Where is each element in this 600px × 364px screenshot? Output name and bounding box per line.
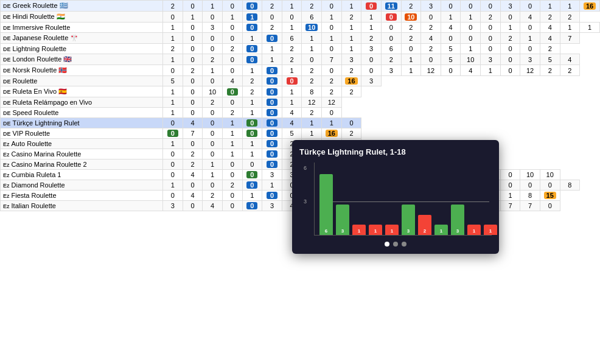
carousel-dot[interactable]	[393, 242, 398, 247]
provider-tag: DE	[3, 89, 11, 95]
game-name-cell: EzCasino Marina Roulette 2	[1, 159, 163, 170]
data-cell: 4	[282, 108, 302, 118]
data-cell: 3	[381, 65, 401, 76]
game-name-cell: DEVIP Roulette	[1, 128, 163, 139]
data-cell: 1	[302, 118, 322, 128]
data-cell: 0	[481, 1, 501, 12]
data-cell: 0	[500, 54, 520, 65]
data-cell: 0	[500, 44, 520, 54]
data-cell: 0	[183, 201, 203, 211]
game-name-label: Diamond Roulette	[12, 181, 65, 189]
data-cell: 4	[183, 118, 203, 128]
table-row[interactable]: DERuleta En Vivo 🇪🇸10100201822	[1, 86, 600, 97]
data-cell: 3	[520, 54, 540, 65]
data-cell: 15	[540, 191, 560, 201]
data-cell: 0	[163, 191, 183, 201]
data-cell: 1	[322, 12, 342, 23]
data-cell: 16	[322, 128, 342, 139]
provider-tag: DE	[3, 3, 11, 9]
data-cell: 0	[203, 108, 223, 118]
data-cell: 0	[163, 170, 183, 180]
data-cell: 2	[203, 191, 223, 201]
data-cell: 0	[163, 149, 183, 159]
data-cell: 0	[461, 23, 481, 33]
game-name-label: Immersive Roulette	[13, 24, 71, 31]
data-cell: 2	[381, 54, 401, 65]
table-row[interactable]: DERoulette500420022163	[1, 76, 600, 86]
table-row[interactable]: DESpeed Roulette100210420	[1, 108, 600, 118]
data-cell: 0	[540, 180, 560, 191]
game-name-label: VIP Roulette	[13, 130, 51, 137]
data-cell: 0	[183, 180, 203, 191]
table-row[interactable]: DETürkçe Lightning Rulet0401004110	[1, 118, 600, 128]
provider-tag: DE	[3, 25, 11, 31]
data-cell: 5	[540, 54, 560, 65]
data-cell: 0	[381, 12, 401, 23]
data-cell: 1	[520, 33, 540, 44]
provider-tag: Ez	[3, 172, 10, 178]
data-cell: 0	[222, 65, 242, 76]
data-cell: 0	[183, 54, 203, 65]
table-row[interactable]: DEHindi Roulette 🇮🇳010110061210100112042…	[1, 12, 600, 23]
table-row[interactable]: DELightning Roulette20020121013602510002	[1, 44, 600, 54]
data-cell: 0	[222, 159, 242, 170]
carousel-dot[interactable]	[385, 242, 389, 247]
data-cell: 10	[520, 170, 540, 180]
data-cell: 0	[282, 12, 302, 23]
data-cell: 0	[341, 118, 361, 128]
table-row[interactable]: DELondon Roulette 🇬🇧10200120730210510303…	[1, 54, 600, 65]
data-cell: 3	[421, 1, 441, 12]
data-cell: 2	[322, 86, 342, 97]
data-cell: 0	[163, 118, 183, 128]
data-cell: 1	[361, 23, 382, 33]
data-cell: 0	[262, 118, 282, 128]
data-cell: 1	[163, 54, 183, 65]
table-row[interactable]: DEGreek Roulette 🇬🇷201002120101123000301…	[1, 1, 600, 12]
data-cell: 3	[500, 1, 520, 12]
data-cell: 1	[222, 12, 242, 23]
data-cell: 0	[262, 33, 282, 44]
data-cell: 0	[203, 180, 223, 191]
carousel-dot[interactable]	[402, 242, 406, 247]
data-cell: 0	[381, 23, 401, 33]
table-row[interactable]: DEJapanese Roulette 🎌1000106111202400021…	[1, 33, 600, 44]
data-cell: 0	[322, 44, 342, 54]
table-row[interactable]: DERuleta Relámpago en Vivo10201011212	[1, 97, 600, 108]
data-cell: 0	[163, 128, 183, 139]
table-row[interactable]: DEImmersive Roulette10300211001102240010…	[1, 23, 600, 33]
chart-bar: 1	[434, 225, 448, 235]
data-cell: 0	[163, 159, 183, 170]
data-cell: 1	[222, 118, 242, 128]
table-row[interactable]: DENorsk Roulette 🇳🇴021010120203112041012…	[1, 65, 600, 76]
y-axis-top-label: 6	[304, 165, 307, 171]
data-cell: 2	[302, 108, 322, 118]
data-cell: 2	[282, 44, 302, 54]
data-cell: 2	[421, 44, 441, 54]
table-row[interactable]: DEVIP Roulette07010051162	[1, 128, 600, 139]
tooltip-title: Türkçe Lightning Rulet, 1-18	[299, 147, 492, 156]
data-cell: 2	[242, 86, 262, 97]
game-name-label: Ruleta Relámpago en Vivo	[13, 99, 92, 106]
data-cell: 0	[163, 12, 183, 23]
game-name-cell: EzFiesta Roulette	[1, 191, 163, 201]
data-cell: 2	[322, 76, 342, 86]
data-cell: 1	[341, 1, 361, 12]
game-name-cell: DEHindi Roulette 🇮🇳	[1, 12, 163, 23]
data-cell: 12	[520, 65, 540, 76]
data-cell: 2	[262, 1, 282, 12]
data-cell: 4	[183, 170, 203, 180]
data-cell: 10	[203, 86, 223, 97]
data-cell: 1	[262, 180, 282, 191]
data-cell: 0	[262, 108, 282, 118]
data-cell: 0	[262, 128, 282, 139]
data-cell: 6	[302, 12, 322, 23]
data-cell: 0	[222, 86, 242, 97]
data-cell: 1	[242, 65, 262, 76]
data-cell: 0	[262, 65, 282, 76]
data-cell: 1	[282, 97, 302, 108]
data-cell: 0	[520, 44, 540, 54]
data-cell: 0	[520, 1, 540, 12]
data-cell: 12	[322, 97, 342, 108]
data-cell: 0	[461, 33, 481, 44]
data-cell: 2	[222, 44, 242, 54]
